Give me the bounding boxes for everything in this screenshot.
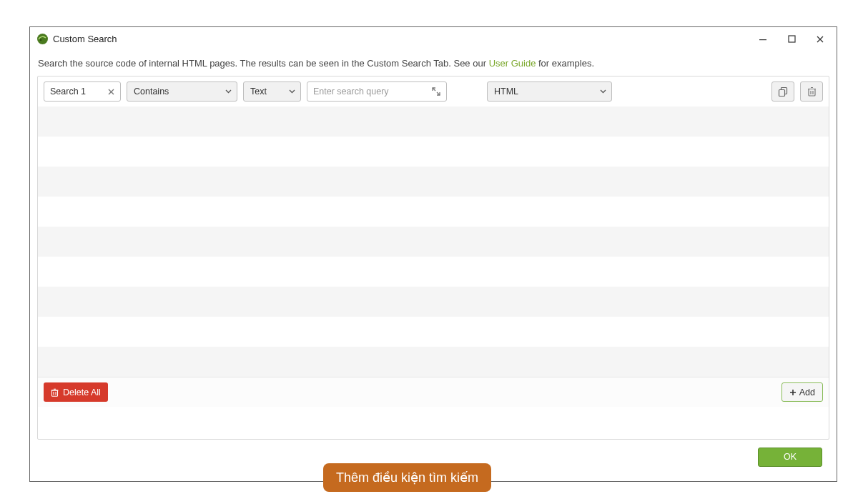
annotation-tooltip: Thêm điều kiện tìm kiếm (323, 463, 491, 492)
search-query-field[interactable] (313, 87, 430, 97)
svg-rect-6 (809, 89, 815, 97)
empty-row (38, 257, 829, 287)
minimize-button[interactable] (756, 33, 769, 46)
chevron-down-icon (598, 87, 607, 96)
maximize-button[interactable] (785, 33, 798, 46)
search-name-value: Search 1 (50, 87, 106, 97)
user-guide-link[interactable]: User Guide (489, 58, 536, 69)
delete-all-label: Delete All (63, 387, 101, 397)
description-before: Search the source code of internal HTML … (38, 58, 489, 69)
search-type-value: Text (250, 87, 287, 97)
app-icon (36, 33, 49, 46)
svg-point-1 (39, 39, 41, 41)
empty-row (38, 287, 829, 317)
clear-name-icon[interactable] (106, 87, 116, 97)
description-after: for examples. (536, 58, 594, 69)
search-target-value: HTML (494, 87, 598, 97)
empty-row (38, 107, 829, 137)
ok-button[interactable]: OK (758, 448, 822, 467)
match-mode-select[interactable]: Contains (127, 81, 237, 102)
window-controls (756, 33, 831, 46)
description-text: Search the source code of internal HTML … (37, 56, 829, 76)
match-mode-value: Contains (134, 87, 224, 97)
delete-row-button[interactable] (800, 81, 823, 102)
list-footer: Delete All Add (38, 377, 829, 407)
content-area: Search the source code of internal HTML … (30, 51, 837, 481)
titlebar: Custom Search (30, 27, 837, 51)
empty-row (38, 317, 829, 347)
trash-icon (51, 388, 59, 397)
svg-rect-5 (779, 89, 784, 96)
close-button[interactable] (814, 33, 827, 46)
expand-icon[interactable] (430, 86, 442, 97)
empty-row (38, 167, 829, 197)
svg-rect-7 (52, 390, 58, 396)
search-query-input[interactable] (307, 81, 447, 102)
empty-row (38, 137, 829, 167)
search-type-select[interactable]: Text (243, 81, 301, 102)
empty-row (38, 347, 829, 377)
delete-all-button[interactable]: Delete All (44, 382, 108, 402)
svg-rect-2 (759, 39, 766, 40)
search-target-select[interactable]: HTML (487, 81, 612, 102)
chevron-down-icon (224, 87, 232, 96)
custom-search-window: Custom Search Search the source code of … (29, 26, 837, 482)
empty-row (38, 227, 829, 257)
add-button[interactable]: Add (781, 382, 823, 402)
empty-row (38, 197, 829, 227)
window-title: Custom Search (53, 34, 756, 44)
svg-rect-3 (789, 36, 795, 42)
add-label: Add (799, 387, 815, 397)
plus-icon (789, 389, 797, 396)
search-list-panel: Search 1 Contains Text (37, 76, 829, 440)
duplicate-button[interactable] (771, 81, 794, 102)
search-row: Search 1 Contains Text (38, 76, 829, 107)
chevron-down-icon (287, 87, 296, 96)
search-name-input[interactable]: Search 1 (44, 81, 121, 102)
